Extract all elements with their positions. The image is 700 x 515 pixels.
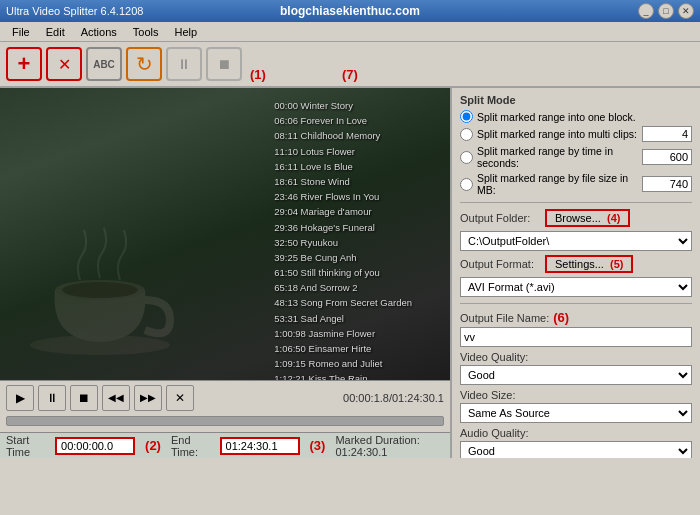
main-area: 00:00 Winter Story06:06 Forever In Love0… bbox=[0, 88, 700, 458]
output-folder-row: Output Folder: Browse... (4) bbox=[460, 209, 692, 227]
split-size-radio[interactable] bbox=[460, 178, 473, 191]
browse-button[interactable]: Browse... (4) bbox=[545, 209, 630, 227]
close-button[interactable]: ✕ bbox=[678, 3, 694, 19]
playlist-item: 18:61 Stone Wind bbox=[274, 174, 430, 189]
title-bar: Ultra Video Splitter 6.4.1208 blogchiase… bbox=[0, 0, 700, 22]
prev-button[interactable]: ◀◀ bbox=[102, 385, 130, 411]
menu-actions[interactable]: Actions bbox=[73, 24, 125, 40]
time-display: 00:00:1.8/01:24:30.1 bbox=[343, 392, 444, 404]
label-1: (1) bbox=[250, 67, 266, 82]
split-option-time: Split marked range by time in seconds: bbox=[460, 145, 692, 169]
playlist-item: 06:06 Forever In Love bbox=[274, 113, 430, 128]
pause-button[interactable]: ⏸ bbox=[166, 47, 202, 81]
maximize-button[interactable]: □ bbox=[658, 3, 674, 19]
split-time-radio[interactable] bbox=[460, 151, 473, 164]
output-format-row: Output Format: Settings... (5) bbox=[460, 255, 692, 273]
progress-bar-area[interactable] bbox=[0, 414, 450, 432]
playlist-item: 1:12:21 Kiss The Rain bbox=[274, 371, 430, 380]
start-time-label: Start Time bbox=[6, 434, 45, 458]
ctrl-stop-button[interactable]: ⏹ bbox=[70, 385, 98, 411]
output-format-dropdown[interactable]: AVI Format (*.avi) bbox=[460, 277, 692, 297]
website-label: blogchiasekienthuc.com bbox=[280, 4, 420, 18]
progress-track[interactable] bbox=[6, 416, 444, 426]
split-time-label: Split marked range by time in seconds: bbox=[477, 145, 638, 169]
split-block-label: Split marked range into one block. bbox=[477, 111, 692, 123]
split-option-size: Split marked range by file size in MB: bbox=[460, 172, 692, 196]
split-multi-radio[interactable] bbox=[460, 128, 473, 141]
split-block-radio[interactable] bbox=[460, 110, 473, 123]
video-size-label: Video Size: bbox=[460, 389, 692, 401]
play-button[interactable]: ▶ bbox=[6, 385, 34, 411]
menu-edit[interactable]: Edit bbox=[38, 24, 73, 40]
playlist-item: 29:04 Mariage d'amour bbox=[274, 204, 430, 219]
split-multi-label: Split marked range into multi clips: bbox=[477, 128, 638, 140]
app-title: Ultra Video Splitter 6.4.1208 bbox=[6, 5, 143, 17]
video-overlay-playlist: 00:00 Winter Story06:06 Forever In Love0… bbox=[274, 98, 430, 380]
output-folder-dropdown-row: C:\OutputFolder\ bbox=[460, 231, 692, 251]
clear-button[interactable]: ✕ bbox=[166, 385, 194, 411]
playlist-item: 00:00 Winter Story bbox=[274, 98, 430, 113]
split-option-block: Split marked range into one block. bbox=[460, 110, 692, 123]
split-time-value[interactable] bbox=[642, 149, 692, 165]
toolbar: + ✕ ABC ↻ ⏸ ⏹ (1) (7) bbox=[0, 42, 700, 88]
controls-bar: ▶ ⏸ ⏹ ◀◀ ▶▶ ✕ 00:00:1.8/01:24:30.1 bbox=[0, 380, 450, 414]
abc-button[interactable]: ABC bbox=[86, 47, 122, 81]
playlist-item: 61:50 Still thinking of you bbox=[274, 265, 430, 280]
video-section: 00:00 Winter Story06:06 Forever In Love0… bbox=[0, 88, 450, 458]
next-button[interactable]: ▶▶ bbox=[134, 385, 162, 411]
right-panel: Split Mode Split marked range into one b… bbox=[450, 88, 700, 458]
stop-button[interactable]: ⏹ bbox=[206, 47, 242, 81]
end-time-field[interactable] bbox=[220, 437, 300, 455]
split-size-label: Split marked range by file size in MB: bbox=[477, 172, 638, 196]
label-2: (2) bbox=[145, 438, 161, 453]
playlist-item: 39:25 Be Cung Anh bbox=[274, 250, 430, 265]
playlist-item: 1:09:15 Romeo and Juliet bbox=[274, 356, 430, 371]
split-option-multi: Split marked range into multi clips: bbox=[460, 126, 692, 142]
menu-tools[interactable]: Tools bbox=[125, 24, 167, 40]
output-filename-input[interactable] bbox=[460, 327, 692, 347]
add-button[interactable]: + bbox=[6, 47, 42, 81]
audio-quality-label: Audio Quality: bbox=[460, 427, 692, 439]
label-3: (3) bbox=[310, 438, 326, 453]
split-multi-value[interactable] bbox=[642, 126, 692, 142]
playlist-item: 29:36 Hokage's Funeral bbox=[274, 220, 430, 235]
remove-button[interactable]: ✕ bbox=[46, 47, 82, 81]
label-4: (4) bbox=[607, 212, 620, 224]
output-format-dropdown-row: AVI Format (*.avi) bbox=[460, 277, 692, 297]
playlist-item: 16:11 Love Is Blue bbox=[274, 159, 430, 174]
refresh-button[interactable]: ↻ bbox=[126, 47, 162, 81]
output-folder-label: Output Folder: bbox=[460, 212, 545, 224]
playlist-item: 53:31 Sad Angel bbox=[274, 311, 430, 326]
menu-bar: File Edit Actions Tools Help bbox=[0, 22, 700, 42]
split-size-value[interactable] bbox=[642, 176, 692, 192]
playlist-item: 1:06:50 Einsamer Hirte bbox=[274, 341, 430, 356]
playlist-item: 11:10 Lotus Flower bbox=[274, 144, 430, 159]
video-quality-label: Video Quality: bbox=[460, 351, 692, 363]
label-6: (6) bbox=[553, 310, 569, 325]
playlist-item: 1:00:98 Jasmine Flower bbox=[274, 326, 430, 341]
playlist-item: 08:11 Childhood Memory bbox=[274, 128, 430, 143]
output-format-label: Output Format: bbox=[460, 258, 545, 270]
duration-label: Marked Duration: 01:24:30.1 bbox=[335, 434, 444, 458]
output-folder-dropdown[interactable]: C:\OutputFolder\ bbox=[460, 231, 692, 251]
playlist-item: 23:46 River Flows In You bbox=[274, 189, 430, 204]
video-quality-dropdown[interactable]: Good bbox=[460, 365, 692, 385]
video-preview: 00:00 Winter Story06:06 Forever In Love0… bbox=[0, 88, 450, 380]
menu-file[interactable]: File bbox=[4, 24, 38, 40]
start-time-field[interactable] bbox=[55, 437, 135, 455]
end-time-label: End Time: bbox=[171, 434, 210, 458]
playlist-item: 32:50 Ryuukou bbox=[274, 235, 430, 250]
audio-quality-dropdown[interactable]: Good bbox=[460, 441, 692, 458]
label-7: (7) bbox=[342, 67, 358, 82]
settings-button[interactable]: Settings... (5) bbox=[545, 255, 633, 273]
label-5: (5) bbox=[610, 258, 623, 270]
time-strip: Start Time (2) End Time: (3) Marked Dura… bbox=[0, 432, 450, 458]
playlist-item: 65:18 And Sorrow 2 bbox=[274, 280, 430, 295]
split-mode-title: Split Mode bbox=[460, 94, 692, 106]
video-size-dropdown[interactable]: Same As Source bbox=[460, 403, 692, 423]
output-filename-label: Output File Name: bbox=[460, 312, 549, 324]
ctrl-pause-button[interactable]: ⏸ bbox=[38, 385, 66, 411]
menu-help[interactable]: Help bbox=[166, 24, 205, 40]
minimize-button[interactable]: _ bbox=[638, 3, 654, 19]
playlist-item: 48:13 Song From Secret Garden bbox=[274, 295, 430, 310]
